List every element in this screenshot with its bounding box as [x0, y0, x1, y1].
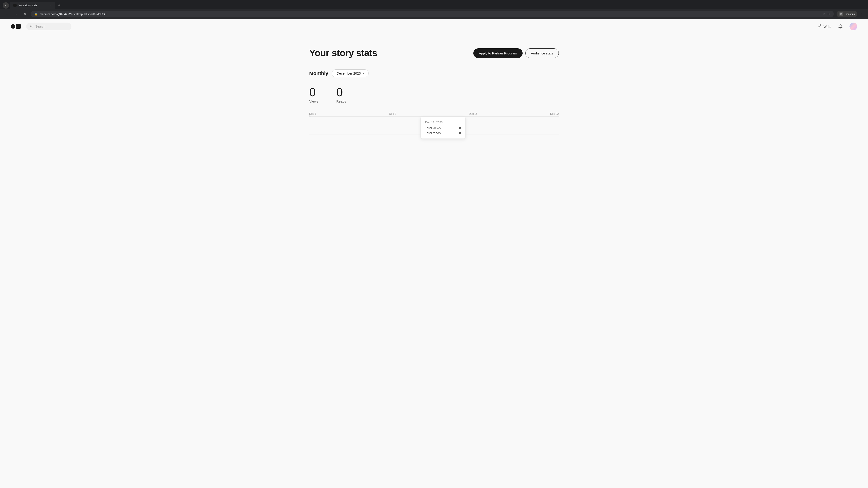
audience-stats-button[interactable]: Audience stats	[525, 48, 559, 58]
header-buttons: Apply to Partner Program Audience stats	[473, 48, 559, 58]
reload-button[interactable]: ↻	[22, 11, 28, 17]
medium-header: Search Write	[0, 19, 868, 34]
star-icon[interactable]: ☆	[823, 12, 826, 16]
x-label-dec8: Dec 8	[389, 112, 396, 116]
reader-mode-icon[interactable]: ⊞	[828, 12, 830, 16]
month-selector-value: December 2023	[337, 71, 361, 75]
chevron-down-icon: ▾	[363, 72, 364, 75]
incognito-label: Incognito	[845, 13, 855, 15]
monthly-label: Monthly	[309, 70, 328, 76]
reads-value: 0	[336, 86, 346, 98]
search-icon	[30, 24, 33, 29]
new-tab-button[interactable]: +	[56, 2, 62, 8]
tooltip-reads-row: Total reads 0	[425, 131, 461, 135]
tab-close-button[interactable]: ×	[49, 4, 52, 7]
reads-label: Reads	[336, 99, 346, 103]
tooltip-views-label: Total views	[425, 126, 440, 130]
tooltip-views-row: Total views 0	[425, 126, 461, 130]
forward-button[interactable]: →	[13, 11, 19, 17]
chart-tooltip: Dec 12, 2023 Total views 0 Total reads 0	[421, 117, 466, 139]
medium-logo[interactable]	[11, 24, 21, 29]
svg-rect-4	[16, 24, 21, 29]
svg-point-3	[11, 24, 16, 29]
tab-group-button[interactable]: ▾	[3, 2, 9, 8]
browser-menu-button[interactable]: ⋮	[858, 11, 864, 17]
views-stat: 0 Views	[309, 86, 318, 103]
incognito-icon	[839, 12, 843, 16]
month-selector[interactable]: December 2023 ▾	[332, 69, 369, 77]
notification-button[interactable]	[837, 23, 844, 30]
write-button[interactable]: Write	[817, 24, 831, 29]
main-content: Your story stats Apply to Partner Progra…	[298, 34, 569, 153]
chart-area: Dec 1 Dec 8 Dec 15 Dec 22 1 Dec 12, 2023…	[309, 112, 559, 139]
tooltip-reads-value: 0	[459, 131, 461, 135]
x-label-dec15: Dec 15	[469, 112, 477, 116]
tab-bar: ▾ Your story stats × +	[0, 2, 868, 9]
incognito-badge: Incognito	[837, 11, 857, 17]
write-icon	[817, 24, 822, 29]
lock-icon: 🔒	[34, 12, 38, 15]
y-axis-label: 1	[309, 115, 311, 117]
tab-title: Your story stats	[19, 4, 46, 7]
tooltip-date: Dec 12, 2023	[425, 121, 461, 124]
reads-stat: 0 Reads	[336, 86, 346, 103]
url-bar[interactable]: 🔒 medium.com/@89f4222e/stats?publishedAt…	[31, 11, 834, 17]
grid-line-top	[309, 116, 559, 117]
tooltip-views-value: 0	[459, 126, 461, 130]
views-value: 0	[309, 86, 318, 98]
avatar[interactable]	[849, 23, 857, 30]
search-bar[interactable]: Search	[26, 23, 71, 30]
apply-partner-button[interactable]: Apply to Partner Program	[473, 48, 522, 58]
medium-app: Search Write Your story stats	[0, 19, 868, 487]
svg-rect-1	[15, 4, 17, 6]
page-title: Your story stats	[309, 48, 377, 59]
tab-favicon	[13, 4, 17, 7]
stats-row: 0 Views 0 Reads	[309, 86, 559, 103]
active-tab[interactable]: Your story stats ×	[10, 2, 55, 9]
svg-point-2	[840, 13, 842, 14]
tooltip-reads-label: Total reads	[425, 131, 440, 135]
address-bar: ← → ↻ 🔒 medium.com/@89f4222e/stats?publi…	[0, 9, 868, 19]
svg-line-6	[32, 27, 33, 28]
chart-x-labels: Dec 1 Dec 8 Dec 15 Dec 22	[309, 112, 559, 116]
back-button[interactable]: ←	[4, 11, 10, 17]
write-label: Write	[824, 25, 831, 29]
search-placeholder: Search	[35, 25, 45, 28]
url-text: medium.com/@89f4222e/stats?publishedAt=D…	[39, 12, 821, 16]
x-label-dec22: Dec 22	[550, 112, 559, 116]
monthly-row: Monthly December 2023 ▾	[309, 69, 559, 77]
page-header: Your story stats Apply to Partner Progra…	[309, 48, 559, 59]
browser-menu-area: Incognito ⋮	[837, 11, 864, 17]
views-label: Views	[309, 99, 318, 103]
avatar-image	[849, 23, 857, 30]
browser-chrome: ▾ Your story stats × + ← → ↻ 🔒 medium.co…	[0, 0, 868, 19]
